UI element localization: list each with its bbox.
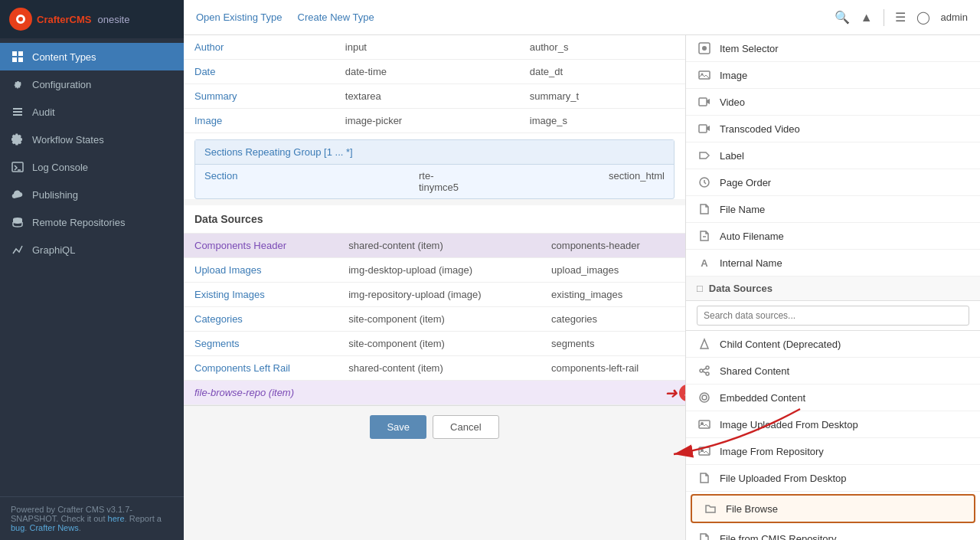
sidebar-item-remote-repositories[interactable]: Remote Repositories [0,208,184,236]
help-icon[interactable]: ◯ [916,10,930,25]
sidebar-item-publishing[interactable]: Publishing [0,181,184,208]
file-name-icon [697,201,712,217]
data-sources-header: Data Sources [184,205,685,234]
menu-icon[interactable]: ☰ [895,10,906,25]
right-panel-item-label: Item Selector [720,43,779,54]
embedded-content-icon [697,390,712,405]
logo-crafter: CrafterCMS [37,14,92,25]
selector-icon [697,41,712,56]
right-panel-item-item-selector[interactable]: Item Selector [686,35,980,62]
cog-icon [11,133,24,146]
create-new-type-link[interactable]: Create New Type [298,11,374,23]
right-panel-item-label[interactable]: Label [686,142,980,169]
database-icon [11,215,24,229]
sidebar-item-audit[interactable]: Audit [0,98,184,126]
svg-point-19 [706,372,709,375]
ds-variable: segments [541,332,685,356]
svg-rect-0 [12,51,17,56]
right-panel-ds-shared-content[interactable]: Shared Content [686,358,980,385]
data-sources-panel-label: Data Sources [709,283,773,294]
ds-type: img-desktop-upload (image) [338,258,541,283]
ds-type: shared-content (item) [338,234,541,258]
arrow-indicator: ➜ [665,384,678,402]
search-icon[interactable]: 🔍 [835,10,850,25]
sidebar-item-label: Workflow States [32,134,104,146]
list-icon [11,105,24,119]
page-order-icon [697,175,712,190]
right-panel: Item Selector Image Video Transcoded Vid… [685,35,980,540]
field-name: Summary [184,84,335,109]
ds-type: img-repository-upload (image) [338,283,541,307]
right-panel-item-file-name[interactable]: File Name [686,196,980,223]
table-row[interactable]: Existing Images img-repository-upload (i… [184,283,685,307]
right-panel-ds-embedded-content[interactable]: Embedded Content [686,385,980,411]
file-cmis-icon [697,531,712,540]
topnav-right: 🔍 ▲ ☰ ◯ admin [835,9,968,26]
table-row[interactable]: Categories site-component (item) categor… [184,307,685,332]
right-panel-ds-file-desktop[interactable]: File Uploaded From Desktop [686,465,980,492]
content-area: Author input author_s Date date-time dat… [184,35,980,540]
data-sources-panel-header[interactable]: □ Data Sources [686,277,980,301]
table-row[interactable]: Segments site-component (item) segments [184,332,685,356]
upload-icon[interactable]: ▲ [861,11,873,25]
logo-icon [9,8,32,31]
close-row-button[interactable]: ✕ [679,385,685,401]
right-panel-ds-image-desktop[interactable]: Image Uploaded From Desktop [686,411,980,438]
svg-line-21 [703,371,706,373]
footer-link-bug[interactable]: bug [11,523,24,532]
field-variable: date_dt [519,60,685,84]
table-row[interactable]: Components Header shared-content (item) … [184,234,685,258]
right-panel-item-label: Label [720,150,744,162]
right-panel-item-transcoded-video[interactable]: Transcoded Video [686,116,980,142]
ds-variable: components-left-rail [541,356,685,381]
file-browse-icon [703,501,718,516]
ds-type: site-component (item) [338,332,541,356]
right-panel-ds-child-content[interactable]: Child Content (Deprecated) [686,331,980,358]
right-panel-item-internal-name[interactable]: A Internal Name [686,250,980,277]
right-panel-item-video[interactable]: Video [686,89,980,116]
sidebar-item-label: GraphiQL [32,244,75,256]
right-panel-item-auto-filename[interactable]: Auto Filename [686,223,980,250]
right-panel-ds-file-cmis[interactable]: File from CMIS Repository [686,525,980,540]
console-icon [11,160,24,174]
topnav-divider [884,9,884,26]
label-icon [697,148,712,163]
cloud-icon [11,188,24,201]
open-existing-type-link[interactable]: Open Existing Type [196,11,283,23]
child-content-icon [697,336,712,352]
right-panel-item-image[interactable]: Image [686,62,980,89]
sidebar: CrafterCMS onesite Content Types Configu… [0,0,184,540]
right-panel-item-page-order[interactable]: Page Order [686,169,980,196]
sidebar-item-log-console[interactable]: Log Console [0,153,184,181]
search-data-sources-input[interactable] [697,306,969,326]
footer-link-here[interactable]: here [108,514,125,523]
right-panel-ds-image-repo[interactable]: Image From Repository [686,438,980,465]
right-panel-item-label: Child Content (Deprecated) [720,339,841,350]
sidebar-item-content-types[interactable]: Content Types [0,43,184,70]
right-panel-item-label: Image Uploaded From Desktop [720,419,858,430]
svg-rect-15 [699,125,707,133]
svg-point-22 [700,393,709,402]
svg-rect-1 [18,51,23,56]
ds-type: shared-content (item) [338,356,541,381]
repeating-group: Sections Repeating Group [1 ... *] Secti… [194,139,675,199]
sidebar-footer: Powered by Crafter CMS v3.1.7-SNAPSHOT. … [0,496,184,540]
sidebar-item-graphiql[interactable]: GraphiQL [0,236,184,263]
right-panel-ds-file-browse[interactable]: File Browse [691,494,975,523]
svg-point-11 [702,46,707,51]
sidebar-item-configuration[interactable]: Configuration [0,70,184,98]
right-panel-item-label: Internal Name [720,257,782,269]
table-row[interactable]: Components Left Rail shared-content (ite… [184,356,685,381]
footer-link-news[interactable]: Crafter News [29,523,78,532]
repeating-group-row: Section rte-tinymce5 section_html [195,165,674,198]
cancel-button[interactable]: Cancel [433,415,498,439]
sidebar-item-workflow-states[interactable]: Workflow States [0,126,184,153]
table-row: Summary textarea summary_t [184,84,685,109]
svg-point-18 [706,366,709,369]
save-button[interactable]: Save [370,415,426,439]
field-name: Image [184,109,335,133]
gear-icon [11,77,24,91]
user-menu[interactable]: admin [941,11,968,23]
main-content: Open Existing Type Create New Type 🔍 ▲ ☰… [184,0,980,540]
table-row[interactable]: Upload Images img-desktop-upload (image)… [184,258,685,283]
